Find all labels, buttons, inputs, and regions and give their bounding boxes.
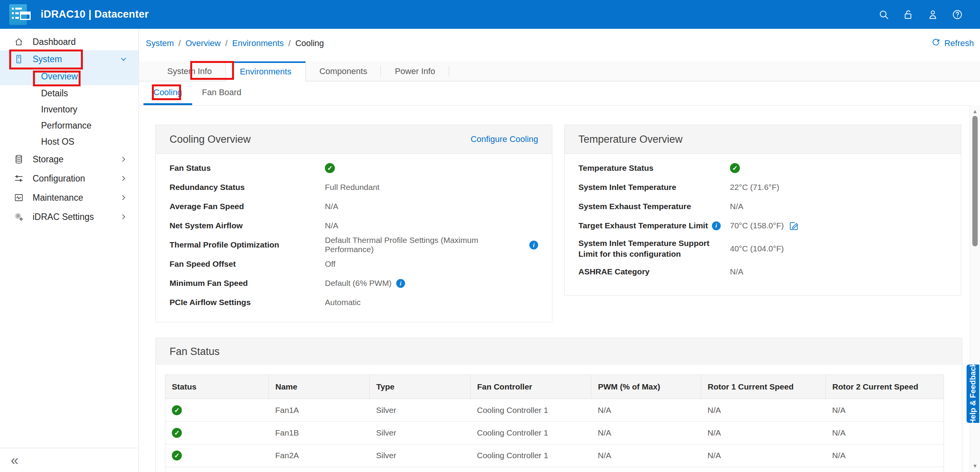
cooling-overview-title: Cooling Overview — [170, 134, 251, 145]
breadcrumb-separator: / — [178, 38, 181, 48]
sidebar-item-configuration[interactable]: Configuration — [0, 169, 138, 188]
breadcrumb: System /Overview /Environments /Cooling — [146, 38, 324, 48]
sidebar-item-label: Dashboard — [33, 37, 76, 47]
column-header-type: Type — [370, 375, 471, 399]
row-target-exhaust-temperature-limit: Target Exhaust Temperature Limiti70°C (1… — [578, 216, 947, 235]
subtab-cooling[interactable]: Cooling — [143, 81, 192, 105]
fan-row-fan1a: ✓ Fan1A Silver Cooling Controller 1 N/A … — [165, 399, 944, 422]
row-fan-status: Fan Status✓ — [170, 158, 538, 178]
user-icon[interactable] — [927, 9, 939, 20]
status-ok-icon: ✓ — [730, 163, 740, 173]
field-label: Net System Airflow — [170, 221, 325, 230]
row-system-exhaust-temperature: System Exhaust TemperatureN/A — [578, 197, 947, 216]
help-icon[interactable] — [952, 9, 963, 20]
sidebar-item-details[interactable]: Details — [0, 85, 138, 101]
scrollbar-down-arrow[interactable]: ▼ — [970, 463, 980, 469]
column-header-fan-controller: Fan Controller — [471, 375, 591, 399]
sidebar-item-label: System — [33, 54, 62, 64]
app-title: iDRAC10 | Datacenter — [41, 8, 149, 20]
field-label: System Inlet Temperature Support Limit f… — [578, 238, 730, 259]
tab-bar: System InfoEnvironmentsComponentsPower I… — [139, 61, 980, 81]
sidebar-item-maintenance[interactable]: Maintenance — [0, 188, 138, 207]
field-value: N/A — [730, 267, 743, 276]
tab-components[interactable]: Components — [306, 61, 381, 81]
breadcrumb-link-overview[interactable]: Overview — [185, 38, 221, 48]
fan-pwm: N/A — [591, 444, 701, 467]
breadcrumb-link-system[interactable]: System — [146, 38, 174, 48]
field-label: PCIe Airflow Settings — [170, 298, 325, 307]
cooling-overview-card: Cooling Overview Configure Cooling Fan S… — [155, 125, 552, 322]
chevron-right-icon — [119, 155, 128, 163]
fan-rotor2-speed: N/A — [826, 444, 944, 467]
tab-environments[interactable]: Environments — [226, 61, 306, 81]
temperature-overview-header: Temperature Overview — [565, 125, 961, 154]
fan-rotor2-speed: N/A — [826, 399, 944, 422]
home-icon — [14, 37, 24, 47]
sidebar-item-storage[interactable]: Storage — [0, 150, 138, 169]
fan-status-section: Fan Status StatusNameTypeFan ControllerP… — [155, 338, 962, 472]
row-average-fan-speed: Average Fan SpeedN/A — [170, 197, 538, 216]
fan-rotor2-speed: N/A — [826, 422, 944, 444]
fan-name: Fan1A — [269, 399, 370, 422]
field-label: Redundancy Status — [170, 183, 325, 192]
row-thermal-profile-optimization: Thermal Profile OptimizationDefault Ther… — [170, 235, 538, 254]
fan-name: Fan1B — [269, 422, 370, 444]
subtab-fan-board[interactable]: Fan Board — [192, 81, 252, 105]
collapse-sidebar-icon[interactable]: « — [11, 454, 18, 467]
row-ashrae-category: ASHRAE CategoryN/A — [578, 262, 947, 281]
search-icon[interactable] — [878, 9, 889, 20]
sidebar-item-idrac-settings[interactable]: iDRAC Settings — [0, 207, 138, 226]
fan-type: Silver — [370, 399, 471, 422]
sidebar-item-dashboard[interactable]: Dashboard — [0, 33, 138, 50]
fan-pwm: N/A — [591, 422, 701, 444]
fan-row-partial — [165, 467, 944, 472]
fan-status-table: StatusNameTypeFan ControllerPWM (% of Ma… — [165, 375, 944, 472]
field-value: 22°C (71.6°F) — [730, 183, 779, 192]
chevron-right-icon — [119, 213, 128, 221]
info-icon[interactable]: i — [396, 279, 405, 288]
info-icon[interactable]: i — [712, 221, 721, 230]
sidebar-item-overview[interactable]: Overview — [0, 68, 138, 85]
row-minimum-fan-speed: Minimum Fan SpeedDefault (6% PWM)i — [170, 274, 538, 293]
configure-cooling-link[interactable]: Configure Cooling — [471, 134, 538, 144]
field-label: System Inlet Temperature — [578, 182, 730, 193]
field-label: Target Exhaust Temperature Limiti — [578, 220, 730, 231]
sidebar-item-inventory[interactable]: Inventory — [0, 101, 138, 117]
fan-controller: Cooling Controller 1 — [471, 444, 591, 467]
sidebar-item-performance[interactable]: Performance — [0, 117, 138, 134]
column-header-rotor-1-current-speed: Rotor 1 Current Speed — [701, 375, 826, 399]
field-label: System Exhaust Temperature — [578, 201, 730, 212]
info-icon[interactable]: i — [529, 241, 538, 249]
sidebar-item-label: Configuration — [33, 173, 85, 184]
status-ok-icon: ✓ — [172, 428, 182, 438]
field-value: 70°C (158.0°F) — [730, 221, 784, 230]
storage-icon — [14, 154, 24, 164]
scrollbar-up-arrow[interactable]: ▲ — [970, 108, 980, 114]
refresh-label: Refresh — [944, 38, 974, 48]
fan-controller: Cooling Controller 1 — [471, 399, 591, 422]
help-feedback-tab[interactable]: Help & Feedback — [967, 365, 979, 423]
idrac-logo[interactable] — [9, 4, 27, 25]
column-header-name: Name — [269, 375, 370, 399]
field-value: Off — [325, 259, 336, 269]
row-fan-speed-offset: Fan Speed OffsetOff — [170, 254, 538, 274]
row-system-inlet-temperature: System Inlet Temperature22°C (71.6°F) — [578, 178, 947, 197]
sliders-icon — [14, 173, 24, 183]
field-label: Thermal Profile Optimization — [170, 240, 325, 249]
tab-system-info[interactable]: System Info — [153, 61, 226, 81]
status-ok-icon: ✓ — [172, 405, 182, 415]
edit-icon[interactable] — [789, 221, 799, 231]
chevron-right-icon — [119, 193, 128, 202]
scrollbar-thumb[interactable] — [972, 116, 978, 246]
lock-open-icon[interactable] — [903, 9, 914, 20]
sidebar-item-host-os[interactable]: Host OS — [0, 134, 138, 150]
sidebar-item-system[interactable]: System — [0, 50, 138, 68]
refresh-button[interactable]: Refresh — [931, 37, 974, 50]
breadcrumb-link-environments[interactable]: Environments — [232, 38, 284, 48]
sidebar: Dashboard SystemOverviewDetailsInventory… — [0, 29, 139, 472]
table-header-row: StatusNameTypeFan ControllerPWM (% of Ma… — [165, 375, 944, 399]
fan-type: Silver — [370, 444, 471, 467]
tab-power-info[interactable]: Power Info — [381, 61, 449, 81]
breadcrumb-row: System /Overview /Environments /Cooling … — [139, 29, 980, 58]
field-value: N/A — [325, 221, 338, 230]
